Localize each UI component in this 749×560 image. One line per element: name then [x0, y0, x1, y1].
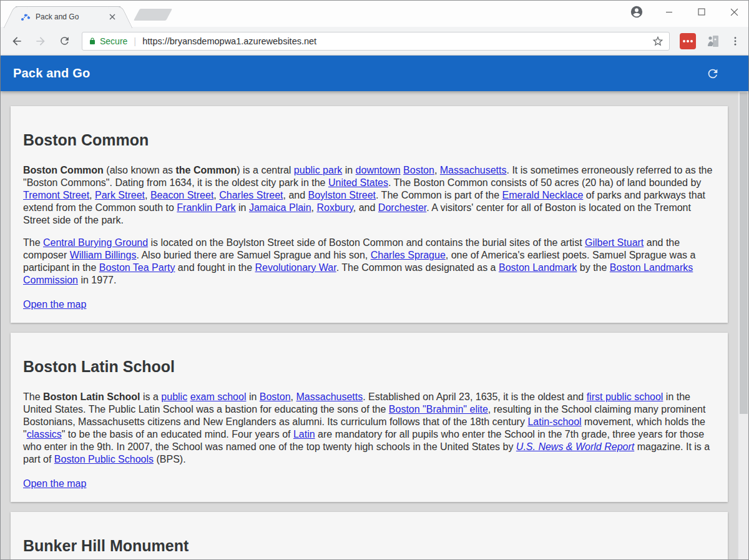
secure-label: Secure: [100, 36, 127, 46]
close-icon[interactable]: [726, 4, 742, 19]
text: ,: [213, 190, 219, 200]
paragraph: The Central Burying Ground is located on…: [23, 237, 715, 287]
content-link[interactable]: Roxbury: [316, 202, 353, 213]
address-bar[interactable]: Secure | https://bryansdemopwa1.azureweb…: [82, 32, 670, 51]
tab-title: Pack and Go: [36, 12, 107, 21]
text: is located on the Boylston Street side o…: [148, 237, 585, 248]
forward-icon[interactable]: [31, 31, 51, 51]
text: ,: [89, 190, 95, 200]
text: ,: [291, 391, 296, 402]
content-link[interactable]: U.S. News & World Report: [516, 441, 634, 452]
scrollbar-thumb[interactable]: [740, 92, 748, 414]
text: . The Boston Common consists of 50 acres…: [388, 177, 701, 188]
vertical-scrollbar[interactable]: [738, 91, 748, 559]
browser-window: Pack and Go: [0, 0, 749, 560]
browser-titlebar: Pack and Go: [1, 1, 748, 27]
content-link[interactable]: Boston "Brahmin" elite: [389, 404, 488, 415]
open-the-map-link[interactable]: Open the map: [23, 478, 86, 489]
padlock-icon: [89, 37, 96, 46]
content-link[interactable]: Boston Landmark: [499, 262, 577, 273]
page-content: Boston CommonBoston Common (also known a…: [1, 91, 748, 559]
extension-gray-icon[interactable]: [705, 33, 721, 49]
content-link[interactable]: exam school: [190, 391, 247, 402]
content-link[interactable]: Tremont Street: [23, 190, 89, 200]
browser-tab[interactable]: Pack and Go: [16, 6, 120, 27]
text: . The Common was designated as a: [336, 262, 499, 273]
bold-text: Boston Latin School: [43, 391, 140, 402]
content-link[interactable]: Emerald Necklace: [502, 190, 583, 200]
reload-icon[interactable]: [54, 31, 74, 51]
content-link[interactable]: first public school: [587, 391, 663, 402]
card: Boston Latin SchoolThe Boston Latin Scho…: [11, 333, 728, 502]
content-link[interactable]: Gilbert Stuart: [585, 237, 644, 248]
content-link[interactable]: Massachusetts: [296, 391, 363, 402]
text: is a: [140, 391, 162, 402]
paragraph: The Boston Latin School is a public exam…: [23, 391, 715, 466]
text: . Established on April 23, 1635, it is t…: [363, 391, 586, 402]
content-link[interactable]: Boston Public Schools: [54, 454, 154, 464]
window-controls: [629, 4, 742, 19]
text: ,: [145, 190, 150, 200]
card: Boston CommonBoston Common (also known a…: [11, 106, 728, 323]
text: by the: [577, 262, 609, 273]
content-link[interactable]: Central Burying Ground: [43, 237, 148, 248]
text: . Also buried there are Samuel Sprague a…: [136, 250, 370, 260]
content-link[interactable]: Dorchester: [378, 202, 426, 213]
content-link[interactable]: downtown: [356, 165, 401, 175]
content-link[interactable]: Charles Sprague: [371, 250, 446, 260]
content-link[interactable]: William Billings: [70, 250, 137, 260]
content-link[interactable]: Revolutionary War: [255, 262, 336, 273]
tab-favicon-route-icon: [21, 12, 31, 22]
text: and fought in the: [175, 262, 255, 273]
refresh-icon[interactable]: [706, 67, 720, 81]
text: ,: [434, 165, 440, 175]
content-link[interactable]: Massachusetts: [440, 165, 507, 175]
content-link[interactable]: Latin-school: [527, 416, 581, 427]
maximize-icon[interactable]: [693, 4, 710, 19]
content-link[interactable]: classics: [27, 429, 62, 440]
content-link[interactable]: Boylston Street: [308, 190, 376, 200]
bold-text: Boston Common: [23, 165, 104, 175]
address-separator: |: [134, 36, 136, 46]
text: , and: [283, 190, 308, 200]
app-header: Pack and Go: [1, 56, 748, 91]
content-link[interactable]: Boston Tea Party: [99, 262, 175, 273]
menu-dots-icon[interactable]: [727, 31, 743, 51]
profile-icon[interactable]: [629, 4, 645, 19]
content-link[interactable]: Jamaica Plain: [249, 202, 311, 213]
content-link[interactable]: Beacon Street: [150, 190, 213, 200]
card-title: Boston Latin School: [23, 358, 715, 376]
paragraph: Boston Common (also known as the Common)…: [23, 164, 715, 227]
bookmark-star-icon[interactable]: [652, 35, 664, 47]
url-text[interactable]: https://bryansdemopwa1.azurewebsites.net: [142, 36, 652, 46]
card: Bunker Hill MonumentThe Bunker Hill Monu…: [11, 512, 728, 559]
text: ) is a central: [237, 165, 294, 175]
card-title: Bunker Hill Monument: [23, 537, 715, 555]
content-link[interactable]: Boston: [403, 165, 434, 175]
cards: Boston CommonBoston Common (also known a…: [1, 91, 738, 559]
tab-close-icon[interactable]: [107, 11, 118, 22]
content-link[interactable]: Franklin Park: [177, 202, 235, 213]
content-link[interactable]: Park Street: [95, 190, 145, 200]
content-link[interactable]: Charles Street: [219, 190, 283, 200]
content-link[interactable]: Latin: [293, 429, 315, 440]
page-title: Pack and Go: [13, 66, 90, 81]
text: in: [236, 202, 249, 213]
open-the-map-link[interactable]: Open the map: [23, 299, 86, 310]
text: , and: [353, 202, 378, 213]
content-link[interactable]: Boston: [260, 391, 291, 402]
text: in: [246, 391, 259, 402]
minimize-icon[interactable]: [661, 4, 677, 19]
back-icon[interactable]: [7, 31, 27, 51]
bold-text: the Common: [175, 165, 237, 175]
new-tab-button[interactable]: [134, 9, 172, 21]
text: The: [23, 237, 43, 248]
content-link[interactable]: United States: [328, 177, 388, 188]
text: " to be the basis of an educated mind. F…: [62, 429, 293, 440]
text: in: [342, 165, 355, 175]
extension-red-icon[interactable]: [680, 33, 696, 49]
text: The: [23, 391, 43, 402]
text: (BPS).: [154, 454, 186, 464]
content-link[interactable]: public park: [294, 165, 342, 175]
content-link[interactable]: public: [161, 391, 187, 402]
